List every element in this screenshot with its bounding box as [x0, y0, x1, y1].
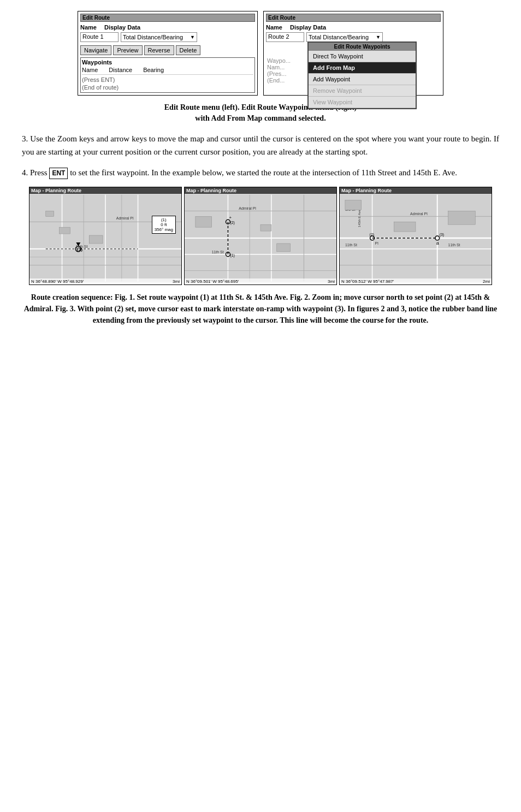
- caption1-line1: Edit Route menu (left). Edit Route Waypo…: [22, 102, 499, 113]
- map3-svg: (2) (3) Admiral Pl 11th St 11th St 3rd S…: [340, 194, 492, 282]
- map1-scale: 3mi: [173, 279, 180, 284]
- ent-key: ENT: [49, 168, 68, 179]
- svg-text:145th E Ave: 145th E Ave: [358, 210, 361, 228]
- left-waypoint-row1: (Press ENT): [82, 76, 253, 84]
- svg-text:a: a: [436, 240, 439, 246]
- map3-bottom: N 36°09.512' W 95°47.987' 2mi: [340, 278, 492, 285]
- map1-content: (1) 11th St Admiral Pl (1) 0 f: [29, 194, 181, 282]
- map2-content: (1) (2) Admiral Pl 11th St +: [185, 194, 336, 282]
- svg-rect-36: [260, 225, 271, 232]
- col-bearing: Bearing: [143, 67, 164, 73]
- svg-rect-15: [46, 211, 54, 217]
- left-name-input[interactable]: Route 1: [80, 32, 119, 42]
- waypoints-popup: Edit Route Waypoints Direct To Waypoint …: [307, 42, 417, 109]
- caption1-line2: with Add From Map command selected.: [22, 113, 499, 124]
- popup-item-add-from-map[interactable]: Add From Map: [309, 62, 416, 74]
- screenshots-section: Edit Route Name Display Data Route 1 Tot…: [22, 11, 499, 96]
- popup-item-view: View Waypoint: [309, 97, 416, 108]
- left-display-label: Display Data: [104, 24, 255, 31]
- right-title-bar: Edit Route: [266, 14, 441, 22]
- left-waypoints: Waypoints Name Distance Bearing (Press E…: [80, 57, 255, 93]
- map1-bottom: N 36°48.890' W 95°48.929' 3mi: [29, 278, 181, 285]
- map2-coords: N 36°09.501' W 95°48.695': [186, 279, 239, 284]
- left-waypoints-cols: Name Distance Bearing: [82, 67, 253, 75]
- map3-coords: N 36°09.512' W 95°47.987': [341, 279, 394, 284]
- left-display-dropdown[interactable]: Total Distance/Bearing ▼: [121, 32, 197, 42]
- map2-bottom: N 36°09.501' W 95°48.695' 3mi: [185, 278, 336, 285]
- svg-text:11th St: 11th St: [212, 250, 224, 254]
- left-buttons: Navigate Preview Reverse Delete: [80, 45, 255, 55]
- svg-text:Pl: Pl: [375, 241, 379, 245]
- right-name-input[interactable]: Route 2: [266, 32, 304, 42]
- left-title-bar: Edit Route: [80, 14, 255, 22]
- left-waypoint-row2: (End of route): [82, 84, 253, 91]
- svg-rect-57: [394, 222, 416, 232]
- map2-scale: 3mi: [328, 279, 335, 284]
- paragraph4: 4. Press ENT to set the first waypoint. …: [22, 166, 499, 179]
- map2-svg: (1) (2) Admiral Pl 11th St +: [185, 194, 336, 282]
- svg-rect-17: [89, 235, 103, 244]
- svg-text:Admiral Pl: Admiral Pl: [410, 212, 428, 216]
- svg-rect-58: [448, 211, 476, 225]
- para4-before: 4. Press: [22, 168, 48, 177]
- popup-item-add-waypoint[interactable]: Add Waypoint: [309, 74, 416, 85]
- map1-info-box: (1) 0 ft 356° mag: [152, 216, 176, 234]
- svg-text:(2): (2): [370, 233, 374, 237]
- popup-item-direct[interactable]: Direct To Waypoint: [309, 51, 416, 62]
- svg-text:Admiral Pl: Admiral Pl: [239, 207, 256, 211]
- caption1: Edit Route menu (left). Edit Route Waypo…: [22, 102, 499, 123]
- map2-title: Map - Planning Route: [185, 187, 336, 194]
- map1-title: Map - Planning Route: [29, 187, 181, 194]
- map3: Map - Planning Route (2) (3): [339, 187, 492, 285]
- right-display-dropdown[interactable]: Total Distance/Bearing ▼: [306, 32, 383, 42]
- svg-text:(3): (3): [440, 233, 444, 237]
- svg-text:11th St: 11th St: [345, 243, 357, 247]
- svg-rect-56: [345, 200, 362, 210]
- left-preview-btn[interactable]: Preview: [113, 45, 142, 55]
- svg-text:+: +: [229, 216, 232, 221]
- popup-item-remove: Remove Waypoint: [309, 85, 416, 97]
- map3-title: Map - Planning Route: [340, 187, 492, 194]
- map3-scale: 2mi: [483, 279, 490, 284]
- right-display-label: Display Data: [290, 24, 441, 31]
- svg-text:Admiral Pl: Admiral Pl: [116, 217, 134, 221]
- left-waypoints-header: Waypoints: [82, 59, 253, 66]
- left-name-label: Name: [80, 24, 102, 31]
- col-distance: Distance: [109, 67, 132, 73]
- right-screenshot: Edit Route Name Display Data Route 2 Tot…: [263, 11, 443, 96]
- para4-after: to set the first waypoint. In the exampl…: [70, 168, 457, 177]
- right-name-label: Name: [266, 24, 288, 31]
- col-name: Name: [82, 67, 98, 73]
- map1: Map - Planning Route (1): [29, 187, 182, 285]
- svg-text:11th St: 11th St: [75, 245, 87, 248]
- left-screenshot: Edit Route Name Display Data Route 1 Tot…: [78, 11, 258, 96]
- map1-info-label3: 356° mag: [155, 227, 173, 232]
- caption2: Route creation sequence: Fig. 1. Set rou…: [22, 292, 499, 326]
- paragraph3: 3. Use the Zoom keys and arrow keys to m…: [22, 132, 499, 158]
- svg-text:(1): (1): [230, 253, 234, 258]
- popup-title: Edit Route Waypoints: [309, 43, 416, 51]
- map1-info-label1: (1): [155, 217, 173, 222]
- svg-text:(2): (2): [230, 221, 234, 226]
- map1-coords: N 36°48.890' W 95°48.929': [31, 279, 84, 284]
- map1-svg: (1) 11th St Admiral Pl: [29, 194, 181, 282]
- svg-rect-35: [196, 217, 212, 228]
- left-delete-btn[interactable]: Delete: [176, 45, 201, 55]
- map1-info-label2: 0 ft: [155, 222, 173, 227]
- left-reverse-btn[interactable]: Reverse: [144, 45, 174, 55]
- map3-content: (2) (3) Admiral Pl 11th St 11th St 3rd S…: [340, 194, 492, 282]
- maps-section: Map - Planning Route (1): [22, 187, 499, 285]
- left-navigate-btn[interactable]: Navigate: [80, 45, 111, 55]
- svg-text:11th St: 11th St: [448, 243, 460, 247]
- svg-rect-16: [60, 227, 70, 234]
- map2: Map - Planning Route (1) (2): [184, 187, 337, 285]
- svg-rect-37: [277, 244, 291, 252]
